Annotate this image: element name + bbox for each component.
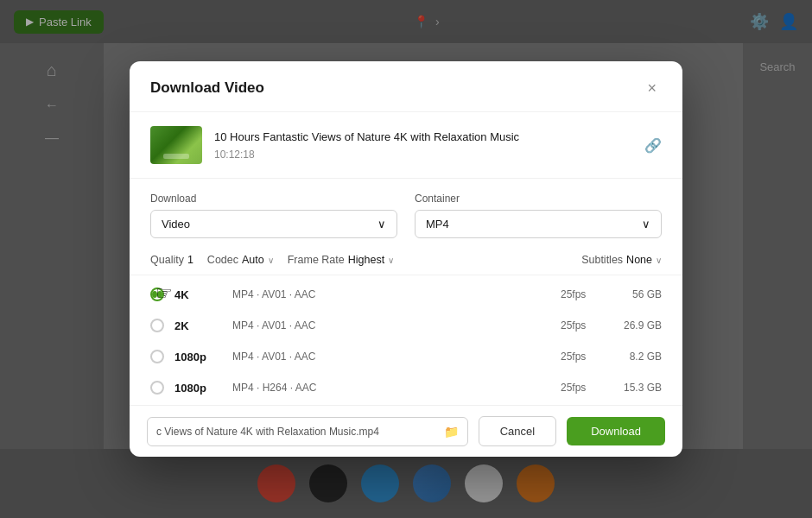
codec-filter[interactable]: Codec Auto ∨ <box>207 254 274 266</box>
quality-1080p-2-fps: 25fps <box>561 382 604 394</box>
link-icon[interactable]: 🔗 <box>644 137 662 154</box>
close-button[interactable]: × <box>642 79 662 98</box>
container-value: MP4 <box>426 218 449 231</box>
modal-footer: c Views of Nature 4K with Relaxation Mus… <box>130 405 682 457</box>
quality-2k-label: 2K <box>174 319 222 332</box>
container-dropdown[interactable]: MP4 ∨ <box>415 210 662 238</box>
quality-1080p-1-size: 8.2 GB <box>614 351 662 363</box>
subtitles-chevron: ∨ <box>656 256 662 265</box>
chevron-down-icon-2: ∨ <box>642 218 650 231</box>
quality-1080p-1-codec: MP4 · AV01 · AAC <box>232 351 550 363</box>
quality-list: ☞ 4K MP4 · AV01 · AAC 25fps 56 GB 2K MP4… <box>130 275 682 405</box>
subtitles-label: Subtitles <box>581 254 623 266</box>
download-button[interactable]: Download <box>567 417 665 445</box>
frame-rate-filter[interactable]: Frame Rate Highest ∨ <box>288 254 394 266</box>
frame-rate-value: Highest <box>348 254 384 266</box>
quality-value: 1 <box>187 254 193 266</box>
quality-1080p-2-codec: MP4 · H264 · AAC <box>232 382 550 394</box>
frame-rate-chevron: ∨ <box>388 256 394 265</box>
video-title: 10 Hours Fantastic Views of Nature 4K wi… <box>214 130 632 145</box>
quality-row-4k[interactable]: ☞ 4K MP4 · AV01 · AAC 25fps 56 GB <box>130 279 682 310</box>
quality-4k-codec: MP4 · AV01 · AAC <box>232 288 550 300</box>
quality-1080p-2-label: 1080p <box>174 382 222 395</box>
frame-rate-label: Frame Rate <box>288 254 345 266</box>
container-label: Container <box>415 193 662 205</box>
quality-label: Quality <box>150 254 184 266</box>
quality-row-1080p-2[interactable]: 1080p MP4 · H264 · AAC 25fps 15.3 GB <box>130 372 682 403</box>
quality-4k-size: 56 GB <box>614 288 662 300</box>
quality-2k-fps: 25fps <box>561 319 604 332</box>
quality-row-1080p-1[interactable]: 1080p MP4 · AV01 · AAC 25fps 8.2 GB <box>130 341 682 372</box>
modal-header: Download Video × <box>130 61 682 112</box>
chevron-down-icon: ∨ <box>377 218 386 231</box>
quality-4k-fps: 25fps <box>561 288 604 300</box>
quality-1080p-2-size: 15.3 GB <box>614 382 662 394</box>
video-info-section: 10 Hours Fantastic Views of Nature 4K wi… <box>130 112 682 179</box>
radio-1080p-2[interactable] <box>150 381 164 395</box>
quality-filter: Quality 1 <box>150 254 193 266</box>
radio-1080p-1[interactable] <box>150 350 164 363</box>
video-thumbnail <box>150 126 202 164</box>
container-selector-group: Container MP4 ∨ <box>415 193 662 238</box>
download-modal: Download Video × 10 Hours Fantastic View… <box>130 61 682 457</box>
quality-row-2k[interactable]: 2K MP4 · AV01 · AAC 25fps 26.9 GB <box>130 310 682 341</box>
filename-text: c Views of Nature 4K with Relaxation Mus… <box>156 426 379 438</box>
quality-2k-codec: MP4 · AV01 · AAC <box>232 319 550 332</box>
download-label: Download <box>150 193 397 205</box>
quality-1080p-1-fps: 25fps <box>561 351 604 363</box>
radio-4k[interactable] <box>150 287 164 301</box>
codec-chevron: ∨ <box>268 256 274 265</box>
filename-input[interactable]: c Views of Nature 4K with Relaxation Mus… <box>147 417 468 446</box>
codec-value: Auto <box>242 254 264 266</box>
modal-title: Download Video <box>150 79 264 97</box>
folder-icon[interactable]: 📁 <box>444 425 459 439</box>
quality-1080p-1-label: 1080p <box>174 351 222 363</box>
video-details: 10 Hours Fantastic Views of Nature 4K wi… <box>214 130 632 160</box>
download-dropdown[interactable]: Video ∨ <box>150 210 397 238</box>
download-value: Video <box>162 218 190 231</box>
subtitles-filter[interactable]: Subtitles None ∨ <box>581 254 662 266</box>
download-selector-group: Download Video ∨ <box>150 193 397 238</box>
subtitles-value: None <box>626 254 652 266</box>
quality-4k-label: 4K <box>174 288 222 301</box>
cancel-button[interactable]: Cancel <box>479 416 556 446</box>
quality-2k-size: 26.9 GB <box>614 319 662 332</box>
radio-2k[interactable] <box>150 319 164 332</box>
video-duration: 10:12:18 <box>214 148 632 161</box>
selectors-row: Download Video ∨ Container MP4 ∨ <box>130 179 682 249</box>
filters-row: Quality 1 Codec Auto ∨ Frame Rate Highes… <box>130 249 682 275</box>
modal-overlay: Download Video × 10 Hours Fantastic View… <box>0 0 812 518</box>
codec-label: Codec <box>207 254 238 266</box>
